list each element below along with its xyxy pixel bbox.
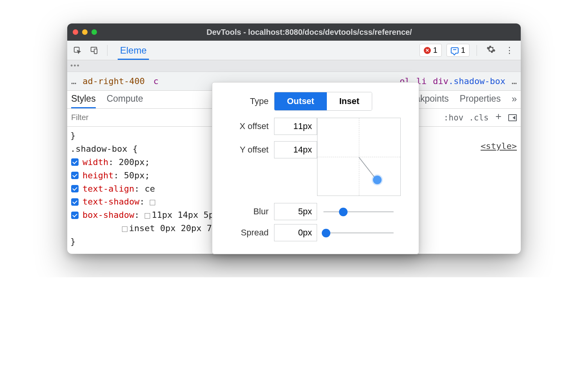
- blur-slider[interactable]: [323, 211, 394, 212]
- spread-label: Spread: [222, 228, 269, 238]
- bc-item[interactable]: ad-right-400: [82, 76, 145, 86]
- xy-handle[interactable]: [373, 176, 382, 184]
- blur-field[interactable]: [274, 203, 317, 220]
- error-icon: [424, 47, 431, 54]
- more-tabs-icon[interactable]: »: [512, 93, 517, 108]
- x-offset-label: X offset: [222, 121, 269, 131]
- dom-strip: •••: [67, 60, 521, 72]
- device-toggle-icon[interactable]: [88, 45, 99, 56]
- bc-item[interactable]: c: [153, 76, 158, 86]
- cls-toggle[interactable]: .cls: [469, 113, 489, 122]
- checkbox-icon[interactable]: [71, 185, 79, 192]
- checkbox-icon[interactable]: [71, 212, 79, 219]
- kebab-icon[interactable]: ⋮: [503, 45, 516, 56]
- filter-right: :hov .cls: [444, 112, 517, 123]
- y-offset-field[interactable]: [274, 141, 317, 158]
- minimize-icon[interactable]: [82, 29, 88, 35]
- style-source-link[interactable]: <style>: [480, 140, 517, 153]
- shadow-swatch-icon[interactable]: [150, 200, 155, 205]
- error-count-button[interactable]: 1: [419, 44, 442, 57]
- inspect-icon[interactable]: [72, 45, 83, 56]
- selector[interactable]: .shadow-box {: [70, 143, 138, 155]
- tab-properties[interactable]: Properties: [460, 93, 501, 108]
- checkbox-icon[interactable]: [71, 198, 79, 206]
- bc-ellipsis: …: [71, 76, 76, 86]
- xy-line: [359, 157, 375, 178]
- type-label: Type: [222, 96, 269, 106]
- x-offset-field[interactable]: [274, 118, 317, 135]
- type-toggle: Outset Inset: [274, 92, 372, 111]
- window-title: DevTools - localhost:8080/docs/devtools/…: [103, 28, 515, 37]
- new-rule-icon[interactable]: [494, 112, 503, 123]
- maximize-icon[interactable]: [91, 29, 97, 35]
- shadow-swatch-icon[interactable]: [145, 213, 150, 219]
- blur-label: Blur: [222, 206, 269, 217]
- bc-ellipsis: …: [512, 76, 517, 86]
- divider: [107, 45, 108, 56]
- panel-toggle-icon[interactable]: [508, 114, 517, 121]
- toolbar-left: Eleme: [72, 41, 149, 60]
- bc-div[interactable]: div.shadow-box: [433, 76, 505, 86]
- shadow-editor-popup: Type Outset Inset X offset Y offset: [212, 82, 419, 254]
- devtools-window: DevTools - localhost:8080/docs/devtools/…: [67, 23, 521, 254]
- hov-toggle[interactable]: :hov: [444, 113, 464, 122]
- shadow-swatch-icon[interactable]: [122, 226, 127, 232]
- close-brace: }: [70, 129, 75, 142]
- inset-button[interactable]: Inset: [327, 92, 372, 110]
- traffic-lights: [73, 29, 97, 35]
- error-count: 1: [433, 46, 437, 55]
- spread-slider[interactable]: [323, 232, 394, 233]
- gear-icon[interactable]: [484, 45, 498, 56]
- close-icon[interactable]: [73, 29, 78, 35]
- main-toolbar: Eleme 1 1 ⋮: [67, 41, 521, 60]
- toolbar-right: 1 1 ⋮: [419, 44, 516, 57]
- tab-styles[interactable]: Styles: [71, 93, 96, 108]
- titlebar: DevTools - localhost:8080/docs/devtools/…: [67, 23, 521, 41]
- tab-computed[interactable]: Compute: [107, 93, 143, 108]
- checkbox-icon[interactable]: [71, 172, 79, 179]
- checkbox-icon[interactable]: [71, 158, 79, 166]
- dom-ellipsis: •••: [70, 62, 80, 70]
- message-count-button[interactable]: 1: [446, 44, 470, 57]
- xy-offset-grid[interactable]: [317, 118, 401, 196]
- message-count: 1: [461, 46, 465, 55]
- message-icon: [451, 47, 459, 54]
- spread-field[interactable]: [274, 224, 317, 241]
- y-offset-label: Y offset: [222, 145, 269, 155]
- outset-button[interactable]: Outset: [274, 92, 327, 110]
- divider: [477, 45, 477, 56]
- tab-elements[interactable]: Eleme: [118, 41, 149, 60]
- svg-rect-2: [94, 49, 97, 54]
- tab-breakpoints[interactable]: akpoints: [415, 93, 449, 108]
- close-brace: }: [70, 235, 75, 248]
